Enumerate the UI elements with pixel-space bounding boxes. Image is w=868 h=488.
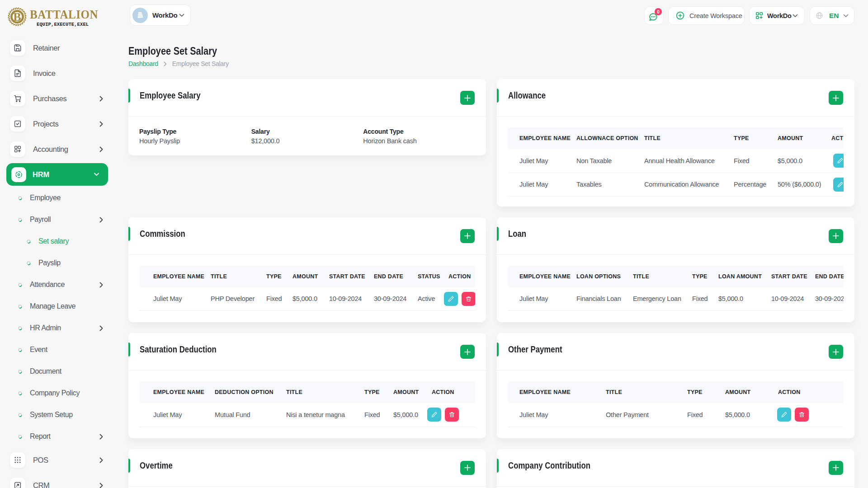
svg-text:B: B (13, 10, 21, 23)
